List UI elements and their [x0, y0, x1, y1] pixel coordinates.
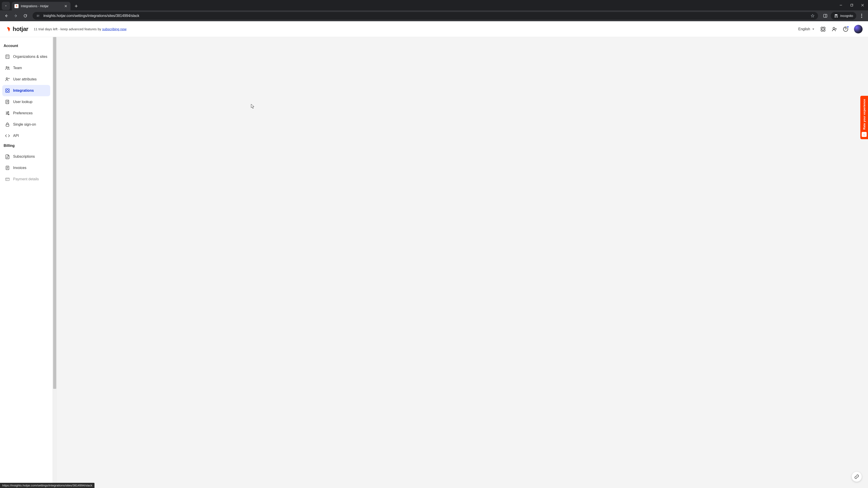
svg-point-20 [864, 134, 865, 134]
user-avatar[interactable] [854, 25, 863, 33]
language-selector[interactable]: English [798, 27, 815, 31]
caret-down-icon [812, 28, 815, 31]
sidebar-item-subscriptions[interactable]: Subscriptions [2, 151, 50, 162]
sidebar-item-label: API [13, 134, 19, 138]
bookmark-star-icon[interactable] [810, 13, 815, 18]
window-controls [835, 0, 868, 10]
invoices-icon [5, 165, 10, 170]
feedback-label: Rate your experience [863, 99, 866, 130]
orgs-icon [5, 54, 10, 59]
app-topbar: hotjar 11 trial days left - keep advance… [0, 21, 868, 37]
incognito-label: Incognito [840, 14, 853, 18]
sidebar-scrollbar[interactable] [53, 37, 57, 488]
sidebar-item-label: Team [13, 66, 22, 70]
tab-title: Integrations - Hotjar [21, 4, 49, 8]
api-icon [5, 133, 10, 138]
svg-point-11 [6, 78, 7, 79]
app-body: AccountOrganizations & sitesTeamUser att… [0, 37, 868, 488]
link-fab[interactable] [852, 472, 862, 482]
sidebar-item-user-lookup[interactable]: User lookup [2, 96, 50, 107]
browser-tab[interactable]: Integrations - Hotjar [12, 2, 70, 10]
svg-rect-0 [851, 4, 853, 6]
user-lookup-icon [5, 99, 10, 104]
sidebar-item-integrations[interactable]: Integrations [2, 85, 50, 96]
integrations-icon-button[interactable] [820, 26, 826, 32]
svg-rect-16 [6, 124, 9, 126]
mouse-cursor-icon [251, 104, 254, 109]
sidebar-item-label: Invoices [13, 166, 26, 170]
logo-text: hotjar [13, 26, 28, 33]
feedback-face-icon [862, 132, 867, 137]
svg-point-9 [6, 67, 7, 68]
site-settings-icon[interactable] [36, 13, 40, 18]
new-tab-button[interactable] [73, 3, 80, 9]
svg-rect-2 [824, 14, 827, 17]
address-bar[interactable]: insights.hotjar.com/settings/integration… [33, 12, 818, 20]
sidebar-item-sso[interactable]: Single sign-on [2, 119, 50, 130]
help-button[interactable] [843, 26, 848, 32]
subscribe-link[interactable]: subscribing now [102, 27, 127, 31]
svg-point-10 [8, 67, 9, 68]
svg-point-13 [8, 111, 9, 112]
sidebar-item-label: Preferences [13, 111, 33, 115]
sidebar-item-orgs[interactable]: Organizations & sites [2, 51, 50, 62]
svg-point-4 [861, 15, 862, 16]
sidebar-item-team[interactable]: Team [2, 62, 50, 74]
window-minimize-button[interactable] [835, 0, 846, 10]
back-button[interactable] [2, 12, 10, 20]
svg-point-5 [861, 17, 862, 18]
trial-prefix: 11 trial days left - keep advanced featu… [34, 27, 102, 31]
sidebar-heading: Account [2, 41, 50, 51]
trial-message: 11 trial days left - keep advanced featu… [34, 27, 126, 31]
sidebar-item-payment-details[interactable]: Payment details [2, 173, 50, 185]
sidebar-item-label: User lookup [13, 100, 32, 104]
browser-tabstrip: Integrations - Hotjar [0, 0, 868, 10]
browser-toolbar: insights.hotjar.com/settings/integration… [0, 10, 868, 21]
tab-close-button[interactable] [64, 4, 68, 8]
sidebar-item-api[interactable]: API [2, 130, 50, 141]
subscriptions-icon [5, 154, 10, 159]
sidebar-item-user-attrs[interactable]: User attributes [2, 74, 50, 85]
sidebar-item-invoices[interactable]: Invoices [2, 162, 50, 173]
sidebar-heading: Billing [2, 141, 50, 151]
sidebar-item-label: User attributes [13, 77, 37, 81]
hotjar-logo[interactable]: hotjar [5, 26, 28, 33]
svg-point-3 [861, 14, 862, 15]
preferences-icon [5, 111, 10, 116]
side-panel-button[interactable] [821, 12, 829, 20]
browser-menu-button[interactable] [858, 12, 866, 20]
sidebar-item-label: Organizations & sites [13, 55, 47, 59]
settings-sidebar: AccountOrganizations & sitesTeamUser att… [0, 37, 53, 488]
main-content: Rate your experience [57, 37, 868, 488]
tab-search-button[interactable] [2, 2, 10, 10]
payment-details-icon [5, 177, 10, 182]
window-maximize-button[interactable] [846, 0, 857, 10]
team-icon [5, 66, 10, 70]
svg-point-1 [39, 15, 39, 16]
integrations-icon [5, 88, 10, 93]
url-text: insights.hotjar.com/settings/integration… [43, 14, 810, 18]
svg-point-6 [833, 27, 835, 29]
page: hotjar 11 trial days left - keep advance… [0, 21, 868, 488]
scrollbar-thumb[interactable] [53, 37, 56, 389]
sidebar-item-label: Payment details [13, 177, 39, 181]
sidebar-item-label: Integrations [13, 89, 34, 93]
browser-status-bar: https://insights.hotjar.com/settings/int… [0, 483, 94, 488]
feedback-tab[interactable]: Rate your experience [860, 96, 868, 139]
sidebar-item-label: Single sign-on [13, 123, 36, 127]
user-attrs-icon [5, 77, 10, 82]
forward-button[interactable] [12, 12, 20, 20]
window-close-button[interactable] [857, 0, 868, 10]
hotjar-favicon-icon [14, 4, 19, 8]
incognito-indicator[interactable]: Incognito [831, 12, 856, 20]
svg-point-19 [864, 134, 864, 134]
reload-button[interactable] [21, 12, 29, 20]
invite-user-button[interactable] [831, 26, 837, 32]
sso-icon [5, 122, 10, 127]
sidebar-item-preferences[interactable]: Preferences [2, 107, 50, 119]
svg-rect-8 [6, 55, 9, 59]
svg-point-14 [6, 113, 7, 113]
notification-dot-icon [847, 26, 849, 28]
hotjar-logo-icon [5, 26, 11, 32]
svg-rect-18 [6, 178, 9, 181]
